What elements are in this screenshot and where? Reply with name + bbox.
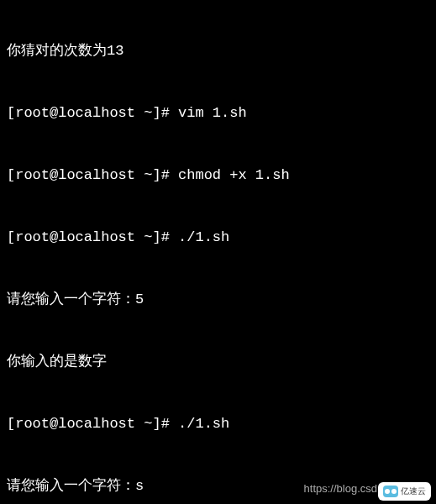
terminal-line: [root@localhost ~]# ./1.sh — [7, 414, 429, 435]
terminal-line: [root@localhost ~]# ./1.sh — [7, 228, 429, 249]
watermark-text: https://blog.csd — [304, 481, 377, 497]
cloud-icon — [383, 486, 398, 497]
terminal-output[interactable]: 你猜对的次数为13 [root@localhost ~]# vim 1.sh [… — [7, 0, 429, 504]
provider-logo: 亿速云 — [378, 482, 431, 501]
terminal-line: 请您输入一个字符：5 — [7, 290, 429, 311]
terminal-line: 你猜对的次数为13 — [7, 41, 429, 62]
logo-label: 亿速云 — [401, 486, 426, 498]
terminal-line: [root@localhost ~]# chmod +x 1.sh — [7, 165, 429, 186]
terminal-line: [root@localhost ~]# vim 1.sh — [7, 103, 429, 124]
terminal-line: 你输入的是数字 — [7, 352, 429, 373]
